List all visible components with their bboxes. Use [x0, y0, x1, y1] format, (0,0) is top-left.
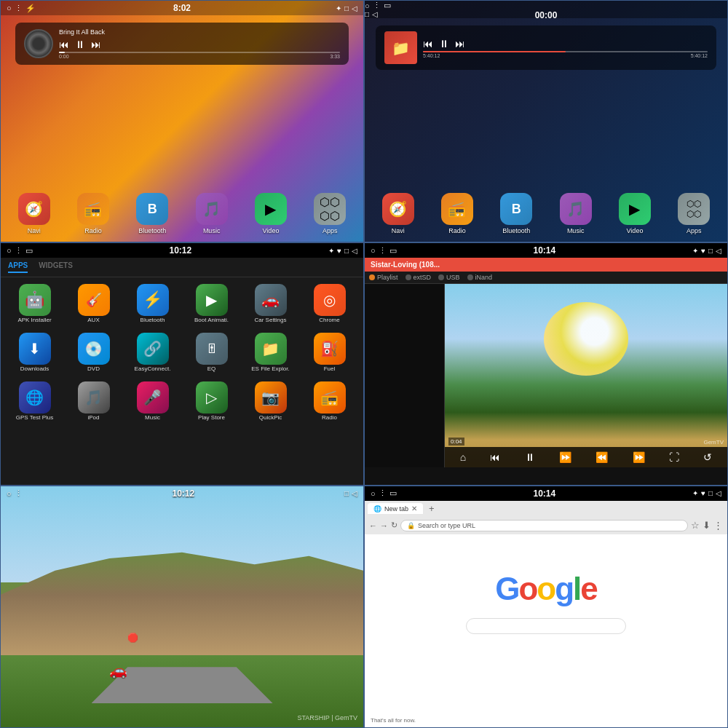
drawer-app-chrome[interactable]: ◎ Chrome: [301, 281, 357, 327]
rewind-mc-btn[interactable]: ⏪: [596, 451, 608, 463]
app-radio-2[interactable]: 📻 Radio: [441, 193, 473, 234]
music-controls-1[interactable]: ⏮ ⏸ ⏭: [59, 39, 340, 50]
fullscreen-mc-btn[interactable]: ⛶: [669, 451, 679, 463]
status-left-3: ○ ⋮ ▭: [7, 246, 33, 256]
fullscreen-icon-5: □: [344, 489, 349, 497]
drawer-app-radio[interactable]: 📻 Radio: [301, 379, 357, 424]
skip-mc-btn[interactable]: ⏩: [559, 451, 571, 463]
repeat-mc-btn[interactable]: ↺: [703, 451, 712, 463]
current-time-2: 5:40:12: [423, 53, 440, 58]
apps-icon-1: ⬡⬡⬡⬡: [314, 193, 346, 225]
music-icon-2: 🎵: [560, 193, 592, 225]
pause-mc-btn[interactable]: ⏸: [525, 451, 535, 463]
media-playlist-panel: [365, 284, 445, 467]
app-navi-2[interactable]: 🧭 Navi: [382, 193, 414, 234]
video-label-2: Video: [627, 227, 644, 234]
bootanim-icon: ▶: [196, 284, 228, 316]
play-btn-2[interactable]: ⏸: [439, 38, 449, 50]
drawer-app-gps[interactable]: 🌐 GPS Test Plus: [7, 379, 63, 424]
fuel-label: Fuel: [324, 366, 336, 373]
app-music-1[interactable]: 🎵 Music: [196, 193, 228, 234]
drawer-app-music[interactable]: 🎤 Music: [124, 379, 181, 424]
back-nav-btn[interactable]: ←: [369, 521, 377, 530]
menu-icon-3: ⋮: [15, 246, 23, 256]
app-bluetooth-2[interactable]: B Bluetooth: [500, 193, 532, 234]
drawer-app-aux[interactable]: 🎸 AUX: [66, 281, 122, 327]
video-icon-2: ▶: [619, 193, 651, 225]
status-bar-4: ○ ⋮ ▭ 10:14 ✦ ♥ □ ◁: [365, 243, 727, 258]
app-music-2[interactable]: 🎵 Music: [560, 193, 592, 234]
drawer-app-downloads[interactable]: ⬇ Downloads: [7, 330, 63, 376]
drawer-app-eq[interactable]: 🎚 EQ: [183, 330, 240, 376]
tab-usb-label: USB: [446, 274, 460, 281]
tab-close-btn[interactable]: ✕: [411, 505, 417, 513]
star-btn[interactable]: ☆: [691, 520, 700, 531]
progress-fill-1: [59, 52, 65, 53]
chrome-address-bar[interactable]: 🔒 Search or type URL: [400, 520, 688, 531]
tab-extsd[interactable]: extSD: [405, 274, 432, 281]
fwd-mc-btn[interactable]: ⏩: [633, 451, 645, 463]
prev-btn-2[interactable]: ⏮: [423, 38, 433, 50]
easyconnect-icon: 🔗: [137, 333, 169, 365]
drawer-app-quickpic[interactable]: 📷 QuickPic: [242, 379, 298, 424]
radio-label-2: Radio: [448, 227, 466, 234]
download-btn[interactable]: ⬇: [703, 520, 711, 531]
screen-icon-2: ▭: [384, 1, 391, 10]
apps-label-2: Apps: [687, 227, 702, 234]
home-mc-btn[interactable]: ⌂: [460, 451, 466, 463]
app-video-2[interactable]: ▶ Video: [619, 193, 651, 234]
refresh-btn[interactable]: ↻: [391, 521, 397, 530]
drawer-app-fuel[interactable]: ⛽ Fuel: [301, 330, 357, 376]
music-drawer-label: Music: [145, 415, 160, 422]
media-source-tabs: Playlist extSD USB iNand: [365, 272, 727, 284]
bluetooth-drawer-label: Bluetooth: [141, 317, 165, 324]
drawer-app-dvd[interactable]: 💿 DVD: [66, 330, 122, 376]
next-btn-2[interactable]: ⏭: [455, 38, 465, 50]
tab-usb[interactable]: USB: [438, 274, 460, 281]
prev-mc-btn[interactable]: ⏮: [490, 451, 500, 463]
drawer-app-apkinstaller[interactable]: 🤖 APK Installer: [7, 281, 63, 327]
chrome-footer-text: That's all for now.: [371, 717, 416, 724]
app-apps-1[interactable]: ⬡⬡⬡⬡ Apps: [314, 193, 346, 234]
new-tab-btn[interactable]: +: [429, 503, 435, 514]
music-widget-1: Bring It All Back ⏮ ⏸ ⏭ 0:00 3:33: [15, 23, 349, 65]
tab-title: New tab: [384, 505, 408, 513]
music-drawer-icon: 🎤: [137, 381, 169, 414]
google-search-box[interactable]: [466, 618, 626, 634]
app-video-1[interactable]: ▶ Video: [255, 193, 287, 234]
play-btn-1[interactable]: ⏸: [75, 39, 85, 50]
tab-inand[interactable]: iNand: [467, 274, 493, 281]
gps-label: GPS Test Plus: [16, 415, 53, 422]
tab-widgets[interactable]: WIDGETS: [39, 261, 73, 273]
tab-playlist[interactable]: Playlist: [369, 274, 398, 281]
drawer-app-bootanim[interactable]: ▶ Boot Animati.: [183, 281, 240, 327]
home-icon-4: ○: [371, 246, 376, 255]
music-controls-2[interactable]: ⏮ ⏸ ⏭: [423, 38, 708, 50]
next-btn-1[interactable]: ⏭: [91, 39, 101, 50]
total-time-1: 3:33: [330, 54, 340, 59]
carsettings-label: Car Settings: [254, 317, 286, 324]
drawer-app-playstore[interactable]: ▷ Play Store: [183, 379, 240, 424]
back-icon-2: ◁: [372, 10, 378, 18]
app-navi-1[interactable]: 🧭 Navi: [18, 193, 50, 234]
apps-icon-2: ⬡⬡⬡⬡: [678, 193, 710, 225]
tab-apps[interactable]: APPS: [8, 261, 28, 273]
prev-btn-1[interactable]: ⏮: [59, 39, 69, 50]
cell-chrome-browser: ○ ⋮ ▭ 10:14 ✦ ♥ □ ◁ 🌐 New tab ✕ + ← → ↻: [364, 486, 728, 728]
downloads-label: Downloads: [20, 366, 50, 373]
main-grid: ○ ⋮ ⚡ 8:02 ✦ □ ◁ Bring It All Back ⏮ ⏸ ⏭: [0, 0, 728, 728]
app-apps-2[interactable]: ⬡⬡⬡⬡ Apps: [678, 193, 710, 234]
app-bluetooth-1[interactable]: B Bluetooth: [136, 193, 168, 234]
app-radio-1[interactable]: 📻 Radio: [77, 193, 109, 234]
bluetooth-label-2: Bluetooth: [502, 227, 530, 234]
drawer-app-easyconnect[interactable]: 🔗 EasyConnect.: [124, 330, 181, 376]
drawer-app-carsettings[interactable]: 🚗 Car Settings: [242, 281, 298, 327]
drawer-app-esfile[interactable]: 📁 ES File Explor.: [242, 330, 298, 376]
media-content-area: 0:04 GemTV ⌂ ⏮ ⏸ ⏩ ⏪ ⏩ ⛶ ↺: [365, 284, 727, 467]
drawer-app-bluetooth[interactable]: ⚡ Bluetooth: [124, 281, 181, 327]
forward-nav-btn[interactable]: →: [380, 521, 388, 530]
more-btn[interactable]: ⋮: [713, 520, 723, 531]
chrome-tab-newtab[interactable]: 🌐 New tab ✕: [368, 503, 423, 514]
drawer-app-ipod[interactable]: 🎵 iPod: [66, 379, 122, 424]
cell-app-drawer: ○ ⋮ ▭ 10:12 ✦ ♥ □ ◁ APPS WIDGETS 🤖 APK I…: [0, 242, 364, 485]
